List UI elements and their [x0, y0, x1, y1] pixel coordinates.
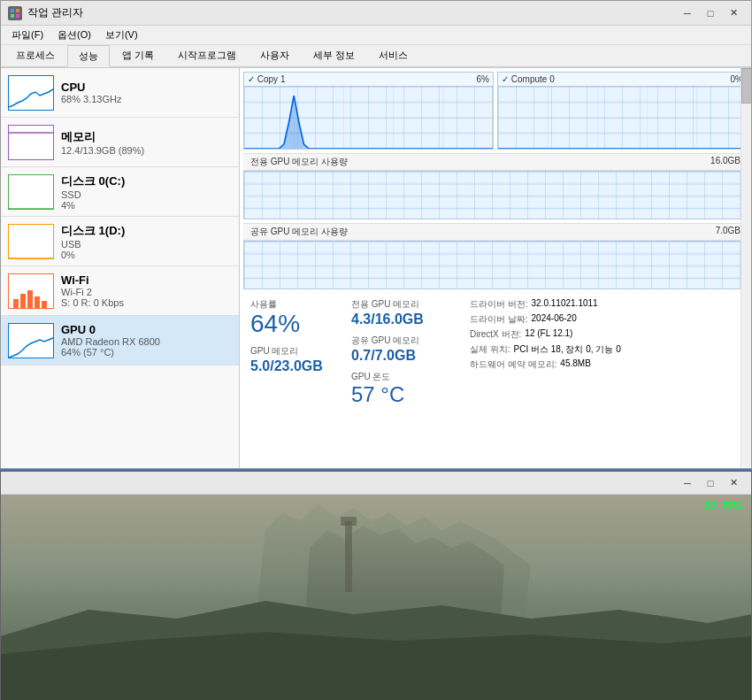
temp-block: GPU 온도 57 °C: [351, 371, 466, 406]
memory-title: 메모리: [61, 129, 232, 145]
shared-mem-block: 공유 GPU 메모리 0.7/7.0GB: [351, 335, 466, 364]
close-button[interactable]: ✕: [723, 5, 744, 21]
cpu-title: CPU: [61, 81, 232, 94]
memory-info: 메모리 12.4/13.9GB (89%): [61, 129, 232, 156]
shared-mem-value: 0.7/7.0GB: [351, 347, 466, 364]
cpu-info: CPU 68% 3.13GHz: [61, 81, 232, 104]
gpu0-info: GPU 0 AMD Radeon RX 6800 64% (57 °C): [61, 323, 232, 358]
svg-rect-3: [16, 14, 19, 18]
svg-rect-2: [11, 14, 14, 18]
menu-view[interactable]: 보기(V): [98, 27, 145, 43]
driver-date-row: 드라이버 날짜: 2024-06-20: [470, 313, 740, 326]
hw-reserved-value: 45.8MB: [560, 358, 590, 371]
temp-value: 57 °C: [351, 383, 466, 406]
game-close-button[interactable]: ✕: [723, 475, 744, 491]
maximize-button[interactable]: □: [700, 5, 721, 21]
driver-ver-row: 드라이버 버전: 32.0.11021.1011: [470, 298, 740, 311]
svg-rect-35: [1, 495, 751, 700]
gpu-mini-graph: [8, 323, 54, 358]
disk0-graph: [8, 174, 54, 210]
wifi-info: Wi-Fi Wi-Fi 2 S: 0 R: 0 Kbps: [61, 273, 232, 308]
location-row: 실제 위치: PCI 버스 18, 장치 0, 기능 0: [470, 343, 740, 356]
compute-chart-label: ✓ Compute 0: [502, 74, 731, 84]
task-manager-window: 작업 관리자 ─ □ ✕ 파일(F) 옵션(O) 보기(V) 프로세스 성능 앱…: [0, 0, 752, 469]
vram-section-label: 전용 GPU 메모리 사용량 16.0GB: [243, 153, 748, 171]
game-scene: [1, 495, 751, 700]
svg-rect-1: [16, 9, 19, 12]
fps-counter: 37 FPS: [704, 500, 742, 512]
vram-chart: [243, 171, 748, 219]
disk1-graph: [8, 224, 54, 259]
stats-col2: 전용 GPU 메모리 4.3/16.0GB 공유 GPU 메모리 0.7/7.0…: [351, 298, 466, 407]
driver-date-label: 드라이버 날짜:: [470, 313, 528, 326]
driver-ver-label: 드라이버 버전:: [470, 298, 528, 311]
sidebar-item-cpu[interactable]: CPU 68% 3.13GHz: [1, 68, 239, 118]
game-content: 37 FPS: [1, 495, 751, 700]
vram-max-text: 16.0GB: [710, 156, 740, 168]
game-maximize-button[interactable]: □: [700, 475, 721, 491]
copy-chart-percent: 6%: [477, 74, 489, 84]
svg-rect-6: [27, 290, 33, 309]
temp-label: GPU 온도: [351, 371, 466, 383]
gpu-stats-grid: 사용률 64% GPU 메모리 5.0/23.0GB 전용 GPU 메모리 4.…: [240, 293, 751, 412]
tab-services[interactable]: 서비스: [367, 44, 419, 66]
shared-label-text: 공유 GPU 메모리 사용량: [250, 226, 348, 238]
wifi-name: Wi-Fi 2: [61, 287, 232, 297]
directx-label: DirectX 버전:: [470, 328, 521, 341]
dedicated-vram-block: 전용 GPU 메모리 4.3/16.0GB: [351, 298, 466, 327]
sidebar-item-disk0[interactable]: 디스크 0(C:) SSD 4%: [1, 167, 239, 217]
svg-rect-7: [35, 296, 40, 309]
disk0-usage: 4%: [61, 200, 232, 211]
svg-rect-4: [13, 299, 19, 309]
disk1-info: 디스크 1(D:) USB 0%: [61, 223, 232, 260]
disk0-info: 디스크 0(C:) SSD 4%: [61, 173, 232, 211]
compute-chart-box: ✓ Compute 0 0%: [497, 72, 748, 150]
dedicated-vram-value: 4.3/16.0GB: [351, 311, 466, 327]
tab-bar: 프로세스 성능 앱 기록 시작프로그램 사용자 세부 정보 서비스: [1, 45, 751, 68]
usage-block: 사용률 64%: [250, 298, 348, 338]
minimize-button[interactable]: ─: [677, 5, 698, 21]
game-minimize-button[interactable]: ─: [677, 475, 698, 491]
scrollbar-thumb[interactable]: [741, 68, 751, 104]
sidebar: CPU 68% 3.13GHz 메모리 12.4/13.9GB (89%): [1, 68, 240, 468]
disk0-type: SSD: [61, 189, 232, 200]
hw-reserved-row: 하드웨어 예약 메모리: 45.8MB: [470, 358, 740, 371]
sidebar-item-disk1[interactable]: 디스크 1(D:) USB 0%: [1, 217, 239, 266]
tab-performance[interactable]: 성능: [67, 45, 110, 67]
title-bar: 작업 관리자 ─ □ ✕: [1, 1, 751, 26]
menu-options[interactable]: 옵션(O): [50, 27, 98, 43]
copy-chart-header: ✓ Copy 1 6%: [244, 73, 493, 87]
window-title: 작업 관리자: [27, 5, 677, 20]
directx-row: DirectX 버전: 12 (FL 12.1): [470, 328, 740, 341]
compute-chart-area: [498, 87, 747, 149]
copy-chart-area: [244, 87, 493, 149]
tab-startup[interactable]: 시작프로그램: [166, 44, 248, 66]
directx-value: 12 (FL 12.1): [525, 328, 572, 341]
tab-details[interactable]: 세부 정보: [302, 44, 366, 66]
game-window: ─ □ ✕: [0, 471, 752, 700]
sidebar-item-memory[interactable]: 메모리 12.4/13.9GB (89%): [1, 118, 239, 167]
app-icon: [8, 6, 22, 20]
sidebar-item-gpu0[interactable]: GPU 0 AMD Radeon RX 6800 64% (57 °C): [1, 316, 239, 365]
svg-rect-8: [42, 301, 47, 309]
usage-value: 64%: [250, 311, 348, 338]
sidebar-item-wifi[interactable]: Wi-Fi Wi-Fi 2 S: 0 R: 0 Kbps: [1, 266, 239, 316]
right-panel: ✓ Copy 1 6%: [240, 68, 751, 468]
gpu0-title: GPU 0: [61, 323, 232, 336]
gpu0-usage: 64% (57 °C): [61, 347, 232, 358]
tab-users[interactable]: 사용자: [249, 44, 301, 66]
tab-processes[interactable]: 프로세스: [4, 44, 66, 66]
tab-app-history[interactable]: 앱 기록: [111, 44, 165, 66]
scrollbar-track[interactable]: [740, 68, 751, 468]
stats-col1: 사용률 64% GPU 메모리 5.0/23.0GB: [250, 298, 348, 407]
game-title-bar: ─ □ ✕: [1, 472, 751, 495]
disk0-title: 디스크 0(C:): [61, 173, 232, 189]
driver-ver-value: 32.0.11021.1011: [532, 298, 598, 311]
location-value: PCI 버스 18, 장치 0, 기능 0: [514, 343, 621, 356]
menu-file[interactable]: 파일(F): [4, 27, 50, 43]
copy-chart-label: ✓ Copy 1: [248, 74, 477, 84]
svg-rect-5: [20, 294, 26, 309]
hw-reserved-label: 하드웨어 예약 메모리:: [470, 358, 556, 371]
gpu-mem-value: 5.0/23.0GB: [250, 358, 348, 374]
shared-vram-section-label: 공유 GPU 메모리 사용량 7.0GB: [243, 223, 748, 241]
